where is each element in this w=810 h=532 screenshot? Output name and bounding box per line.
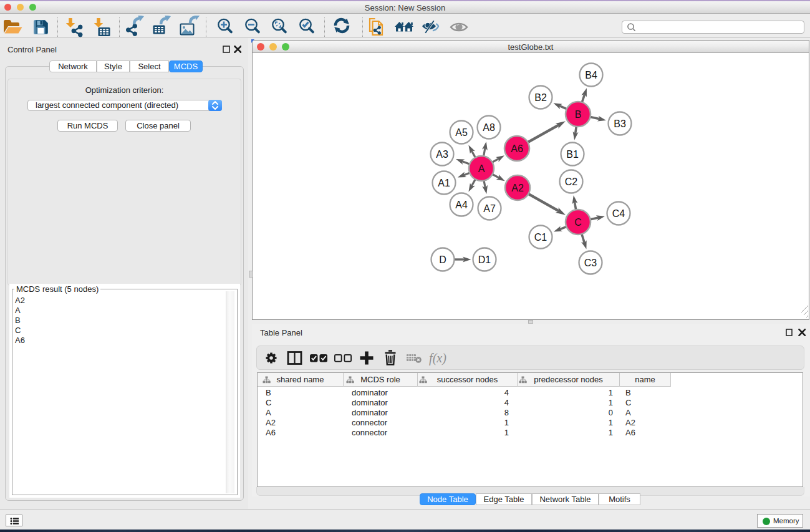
svg-text:A1: A1 [438, 178, 450, 188]
svg-text:C4: C4 [612, 208, 625, 219]
svg-text:A7: A7 [483, 203, 496, 214]
svg-text:C1: C1 [534, 232, 547, 243]
svg-text:C2: C2 [565, 177, 578, 187]
svg-text:D1: D1 [478, 254, 491, 265]
svg-text:f(x): f(x) [429, 351, 446, 365]
svg-text:A3: A3 [436, 149, 448, 160]
svg-text:B2: B2 [534, 92, 547, 103]
svg-text:B3: B3 [614, 118, 626, 129]
svg-text:B: B [575, 109, 582, 120]
svg-text:A6: A6 [511, 143, 523, 154]
svg-text:A8: A8 [483, 122, 495, 133]
svg-text:D: D [439, 254, 446, 265]
svg-text:A5: A5 [455, 127, 468, 138]
svg-text:A2: A2 [511, 183, 524, 193]
svg-text:B1: B1 [566, 149, 579, 160]
svg-text:A4: A4 [455, 200, 468, 210]
svg-text:C3: C3 [584, 258, 597, 268]
svg-text:A: A [478, 163, 485, 174]
svg-text:C: C [574, 217, 582, 228]
svg-text:B4: B4 [585, 70, 597, 80]
